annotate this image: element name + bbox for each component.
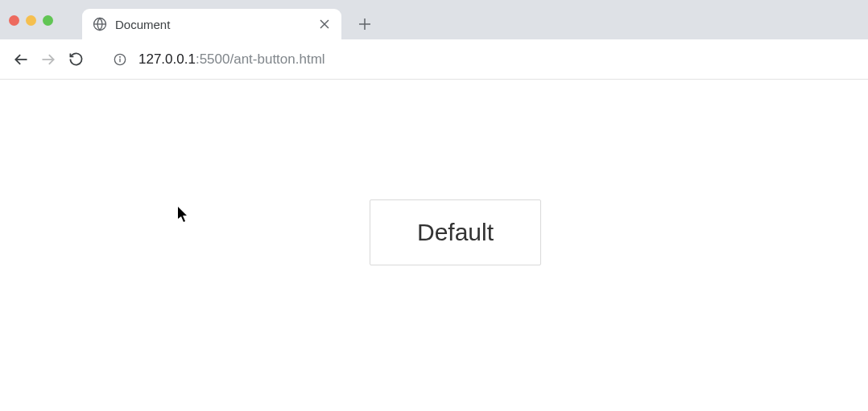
window-controls <box>9 15 53 26</box>
arrow-left-icon <box>13 51 29 68</box>
site-info-icon[interactable] <box>113 52 127 67</box>
address-bar[interactable]: 127.0.0.1:5500/ant-button.html <box>101 45 861 74</box>
forward-button[interactable] <box>35 46 62 73</box>
tab-bar: Document <box>0 0 868 39</box>
window-minimize-button[interactable] <box>26 15 36 26</box>
cursor-icon <box>178 207 189 223</box>
svg-point-10 <box>120 56 121 57</box>
url-path: /ant-button.html <box>229 51 324 67</box>
default-button[interactable]: Default <box>370 199 541 265</box>
url-port: :5500 <box>196 51 230 67</box>
reload-icon <box>68 51 84 67</box>
url-text: 127.0.0.1:5500/ant-button.html <box>138 51 325 68</box>
back-button[interactable] <box>7 46 35 73</box>
arrow-right-icon <box>40 51 56 68</box>
close-tab-button[interactable] <box>317 17 332 31</box>
window-maximize-button[interactable] <box>43 15 53 26</box>
info-icon <box>114 53 126 66</box>
new-tab-button[interactable] <box>353 12 377 36</box>
window-close-button[interactable] <box>9 15 19 26</box>
browser-tab[interactable]: Document <box>82 9 341 39</box>
close-icon <box>320 19 329 29</box>
globe-icon <box>92 17 107 32</box>
url-host: 127.0.0.1 <box>138 51 196 67</box>
plus-icon <box>359 18 370 30</box>
reload-button[interactable] <box>62 46 89 73</box>
page-viewport: Default <box>0 80 868 411</box>
tab-title: Document <box>115 18 317 31</box>
browser-toolbar: 127.0.0.1:5500/ant-button.html <box>0 39 868 80</box>
